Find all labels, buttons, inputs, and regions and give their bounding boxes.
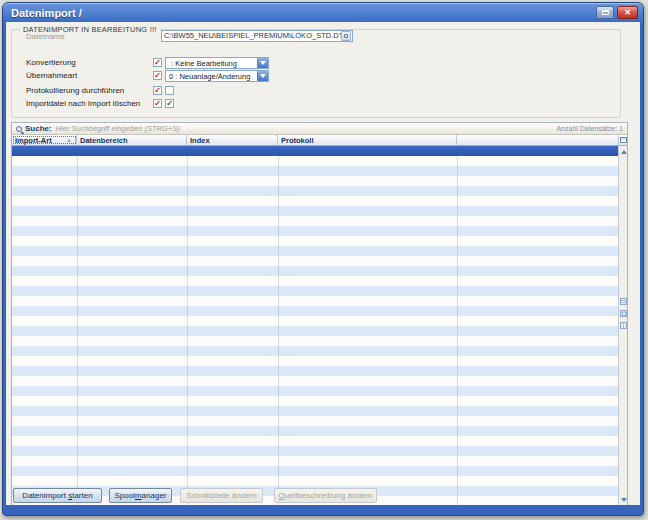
table-row[interactable] <box>12 436 618 446</box>
grid-view-icon[interactable] <box>620 322 627 329</box>
dateiname-browse-button[interactable] <box>341 31 351 41</box>
table-row-selected[interactable] <box>12 146 618 156</box>
table-row[interactable] <box>12 246 618 256</box>
uebernahmeart-label: Übernahmeart <box>26 71 77 80</box>
table-row[interactable] <box>12 346 618 356</box>
schnittstelle-aendern-button: Schnittstelle ändern <box>180 488 263 503</box>
column-separator <box>457 156 458 505</box>
uebernahmeart-select[interactable]: 0 : Neuanlage/Änderung <box>165 70 269 82</box>
search-label: Suche: <box>25 124 52 133</box>
dialog-content: DATENIMPORT IN BEARBEITUNG !!! Dateiname… <box>6 22 640 505</box>
table-row[interactable] <box>12 466 618 476</box>
table-row[interactable] <box>12 356 618 366</box>
app-window: Datenimport / ✕ DATENIMPORT IN BEARBEITU… <box>2 2 644 516</box>
table-row[interactable] <box>12 376 618 386</box>
table-row[interactable] <box>12 426 618 436</box>
record-count: Anzahl Datensätze: 1 <box>556 125 623 132</box>
datenimport-starten-button[interactable]: Datenimport starten <box>13 488 102 503</box>
search-input[interactable]: Hier Suchbegriff eingeben (STRG+S) <box>56 124 557 133</box>
konvertierung-flag-checkbox[interactable] <box>153 58 162 67</box>
column-header-datenbereich[interactable]: Datenbereich <box>77 135 187 145</box>
protokollierung-label: Protokollierung durchführen <box>26 86 124 95</box>
table-row[interactable] <box>12 266 618 276</box>
protokollierung-checkbox[interactable] <box>165 86 174 95</box>
scroll-down-button[interactable] <box>620 496 627 504</box>
scroll-up-button[interactable] <box>620 148 627 156</box>
table-row[interactable] <box>12 196 618 206</box>
chevron-down-icon[interactable] <box>257 71 268 81</box>
table-row[interactable] <box>12 176 618 186</box>
table-row[interactable] <box>12 476 618 486</box>
list-view-icon[interactable] <box>620 298 627 305</box>
table-row[interactable] <box>12 296 618 306</box>
uebernahmeart-value: 0 : Neuanlage/Änderung <box>166 72 257 81</box>
titlebar[interactable]: Datenimport / ✕ <box>3 3 643 21</box>
table-row[interactable] <box>12 326 618 336</box>
table-row[interactable] <box>12 306 618 316</box>
arrow-up-icon <box>621 150 627 154</box>
dateiname-field[interactable]: C:\BW55_NEU\BEISPIEL_PREMIUM\LOKO_STD.DT… <box>161 30 353 42</box>
column-header-import-art[interactable]: Import-Art ▲ <box>12 135 77 145</box>
restore-button[interactable] <box>596 6 614 19</box>
table-row[interactable] <box>12 236 618 246</box>
column-separator <box>77 156 78 505</box>
uebernahmeart-flag-checkbox[interactable] <box>153 71 162 80</box>
table-header: Import-Art ▲ Datenbereich Index Protokol… <box>12 135 627 146</box>
arrow-down-icon <box>621 498 627 502</box>
table-row[interactable] <box>12 166 618 176</box>
importdatei-flag-checkbox[interactable] <box>153 99 162 108</box>
zoom-icon[interactable] <box>620 310 627 317</box>
table-row[interactable] <box>12 456 618 466</box>
table-row[interactable] <box>12 316 618 326</box>
importdatei-checkbox[interactable] <box>165 99 174 108</box>
grid-icon <box>620 137 627 143</box>
table-row[interactable] <box>12 186 618 196</box>
table-row[interactable] <box>12 256 618 266</box>
table-row[interactable] <box>12 206 618 216</box>
table-row[interactable] <box>12 446 618 456</box>
table-body-stripes <box>12 156 618 505</box>
dateiname-value: C:\BW55_NEU\BEISPIEL_PREMIUM\LOKO_STD.DT… <box>164 31 341 41</box>
window-title: Datenimport / <box>11 7 596 19</box>
search-bar[interactable]: Suche: Hier Suchbegriff eingeben (STRG+S… <box>12 123 627 135</box>
table-row[interactable] <box>12 406 618 416</box>
table-row[interactable] <box>12 156 618 166</box>
table-row[interactable] <box>12 336 618 346</box>
column-separator <box>278 156 279 505</box>
column-header-protokoll[interactable]: Protokoll <box>278 135 457 145</box>
table-row[interactable] <box>12 366 618 376</box>
vertical-scrollbar[interactable] <box>618 146 627 505</box>
konvertierung-label: Konvertierung <box>26 58 76 67</box>
grid-settings-button[interactable] <box>618 135 627 145</box>
column-header-empty[interactable] <box>457 135 618 145</box>
importdatei-label: Importdatei nach Import löschen <box>26 99 140 108</box>
search-icon <box>16 126 22 132</box>
table-row[interactable] <box>12 226 618 236</box>
table-row[interactable] <box>12 216 618 226</box>
close-icon: ✕ <box>624 8 631 17</box>
dateiname-label: Dateiname <box>26 32 65 41</box>
quellbeschreibung-aendern-button: Quellbeschreibung ändern <box>274 488 377 503</box>
table-row[interactable] <box>12 276 618 286</box>
result-panel: Suche: Hier Suchbegriff eingeben (STRG+S… <box>11 122 628 505</box>
column-header-index[interactable]: Index <box>187 135 278 145</box>
restore-icon <box>602 10 609 15</box>
chevron-down-icon[interactable] <box>257 58 268 68</box>
table-row[interactable] <box>12 396 618 406</box>
table-row[interactable] <box>12 416 618 426</box>
close-button[interactable]: ✕ <box>617 6 638 19</box>
table-row[interactable] <box>12 386 618 396</box>
protokollierung-flag-checkbox[interactable] <box>153 86 162 95</box>
table-body <box>12 146 627 505</box>
column-separator <box>187 156 188 505</box>
konvertierung-value: : Keine Bearbeitung <box>166 59 257 68</box>
table-row[interactable] <box>12 286 618 296</box>
sort-asc-icon[interactable]: ▲ <box>66 137 72 144</box>
browse-icon <box>344 34 348 38</box>
konvertierung-select[interactable]: : Keine Bearbeitung <box>165 57 269 69</box>
spoolmanager-button[interactable]: Spoolmanager <box>109 488 172 503</box>
